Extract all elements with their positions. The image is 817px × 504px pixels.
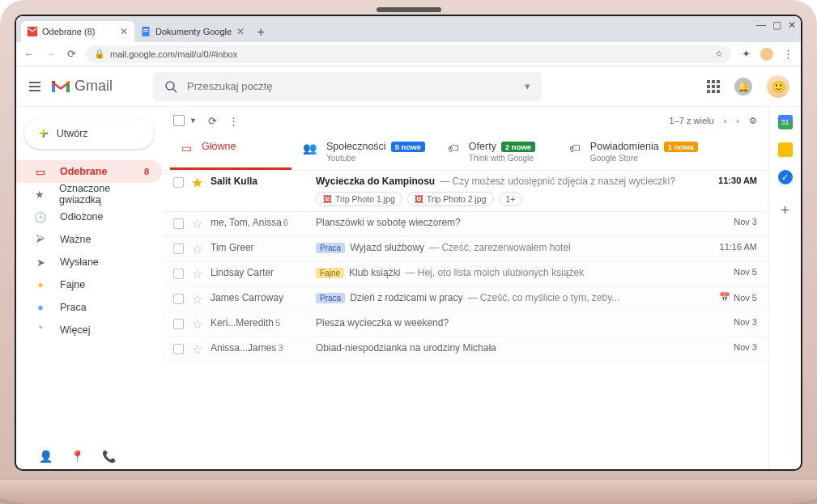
attachment-more-chip[interactable]: 1+: [499, 192, 523, 206]
tasks-addon-icon[interactable]: ✓: [778, 170, 793, 184]
toolbar: ▼ ⟳ ⋮ 1–7 z wielu ‹ › ⚙: [162, 107, 768, 134]
star-icon[interactable]: ☆: [192, 292, 202, 307]
email-checkbox[interactable]: [173, 177, 184, 188]
extensions-icon[interactable]: ✦: [739, 48, 752, 60]
star-icon[interactable]: ☆: [192, 267, 202, 282]
sidebar-footer: 👤 📍 📞: [16, 443, 162, 469]
search-box[interactable]: ▾: [153, 72, 542, 101]
email-row[interactable]: ☆ me, Tom, Anissa6 Planszówki w sobotę w…: [162, 212, 768, 237]
forward-icon[interactable]: →: [44, 48, 57, 60]
reload-icon[interactable]: ⟳: [65, 48, 78, 60]
email-sender: James Carroway: [211, 292, 308, 303]
next-page-icon[interactable]: ›: [736, 116, 739, 125]
category-tab-powiadomienia[interactable]: 🏷 Powiadomienia 1 nowa Google Store: [558, 134, 709, 170]
select-menu-caret-icon[interactable]: ▼: [189, 116, 197, 125]
screen: — ▢ ✕ Odebrane (8) ✕ Dokumenty Google ✕ …: [16, 16, 801, 469]
calendar-event-icon: 📅: [719, 292, 730, 303]
address-bar[interactable]: 🔒 mail.google.com/mail/u/0/#inbox ☆: [86, 45, 731, 63]
star-icon[interactable]: ☆: [192, 342, 202, 357]
more-icon: ˅: [34, 324, 47, 337]
new-tab-button[interactable]: +: [251, 23, 270, 42]
sidebar-item-więcej[interactable]: ˅ Więcej: [16, 319, 162, 341]
email-checkbox[interactable]: [173, 244, 184, 254]
inbox-icon: ▭: [34, 166, 47, 178]
google-apps-icon[interactable]: [707, 80, 720, 93]
compose-button[interactable]: + Utwórz: [24, 118, 154, 149]
contacts-icon[interactable]: 👤: [39, 450, 53, 463]
email-row[interactable]: ☆ Keri...Meredith5 Piesza wycieczka w we…: [162, 312, 768, 337]
sidebar-item-label: Odłożone: [60, 211, 104, 222]
sidebar-item-praca[interactable]: ● Praca: [16, 296, 162, 319]
window-controls: — ▢ ✕: [756, 19, 796, 31]
keep-addon-icon[interactable]: [778, 142, 793, 157]
sidebar-item-odebrane[interactable]: ▭ Odebrane 8: [16, 160, 162, 183]
email-row[interactable]: ★ Salit Kulla Wycieczka do Kampinosu — C…: [162, 171, 768, 212]
phone-icon[interactable]: 📞: [102, 450, 116, 463]
chrome-menu-icon[interactable]: ⋮: [781, 48, 794, 60]
category-tab-społeczności[interactable]: 👥 Społeczności 5 nowe Youtube: [291, 134, 436, 170]
minimize-icon[interactable]: —: [756, 19, 766, 31]
main-menu-icon[interactable]: [28, 79, 42, 94]
browser-tab-gmail[interactable]: Odebrane (8) ✕: [21, 21, 134, 42]
category-tab-główne[interactable]: ▭ Główne: [170, 134, 291, 170]
profile-chip-icon[interactable]: [760, 48, 773, 61]
notifications-icon[interactable]: 🔔: [734, 78, 752, 95]
get-addons-icon[interactable]: +: [781, 202, 789, 219]
browser-tab-docs[interactable]: Dokumenty Google ✕: [134, 21, 251, 42]
spaces-icon[interactable]: 📍: [70, 450, 84, 463]
email-checkbox[interactable]: [173, 269, 184, 279]
close-icon[interactable]: ✕: [788, 19, 796, 31]
select-all-checkbox[interactable]: [173, 115, 185, 126]
maximize-icon[interactable]: ▢: [772, 19, 781, 31]
svg-rect-3: [143, 31, 148, 32]
account-avatar[interactable]: 🙂: [767, 75, 789, 98]
star-icon[interactable]: ★: [192, 176, 202, 190]
bookmark-icon[interactable]: ☆: [715, 49, 723, 59]
refresh-icon[interactable]: ⟳: [208, 115, 217, 127]
email-row[interactable]: ☆ Anissa...James3 Obiad-niespodzianka na…: [162, 337, 768, 362]
star-icon[interactable]: ☆: [192, 217, 202, 231]
prev-page-icon[interactable]: ‹: [724, 116, 727, 125]
calendar-addon-icon[interactable]: 31: [778, 115, 793, 129]
sidebar-item-count: 8: [144, 167, 149, 176]
sidebar-item-label: Praca: [60, 302, 87, 313]
email-sender: Tim Greer: [211, 242, 308, 253]
attachment-chip[interactable]: 🖼Trip Photo 2.jpg: [407, 192, 494, 206]
settings-gear-icon[interactable]: ⚙: [749, 116, 757, 126]
browser-tab-title: Dokumenty Google: [155, 27, 232, 36]
sidebar-item-odłożone[interactable]: 🕒 Odłożone: [16, 205, 162, 228]
email-checkbox[interactable]: [173, 294, 184, 304]
email-row[interactable]: ☆ Tim Greer PracaWyjazd służbowy — Cześć…: [162, 237, 768, 262]
laptop-frame: — ▢ ✕ Odebrane (8) ✕ Dokumenty Google ✕ …: [0, 0, 817, 504]
category-tab-oferty[interactable]: 🏷 Oferty 2 nowe Think with Google: [436, 134, 558, 170]
search-options-icon[interactable]: ▾: [525, 80, 530, 92]
email-subject: Wycieczka do Kampinosu: [316, 176, 435, 187]
email-sender: me, Tom, Anissa6: [211, 217, 308, 228]
tab-close-icon[interactable]: ✕: [236, 26, 245, 37]
star-icon[interactable]: ☆: [192, 317, 202, 332]
gmail-logo[interactable]: Gmail: [50, 78, 113, 95]
email-list: ★ Salit Kulla Wycieczka do Kampinosu — C…: [162, 171, 768, 469]
tab-close-icon[interactable]: ✕: [120, 26, 128, 37]
star-icon[interactable]: ☆: [192, 242, 202, 256]
email-row[interactable]: ☆ James Carroway PracaDzień z rodzicami …: [162, 287, 768, 312]
attachment-chip[interactable]: 🖼Trip Photo 1.jpg: [316, 192, 402, 206]
search-input[interactable]: [187, 80, 515, 92]
email-checkbox[interactable]: [173, 218, 184, 229]
browser-tab-title: Odebrane (8): [42, 27, 95, 36]
sidebar-item-oznaczone-gwiazdką[interactable]: ★ Oznaczone gwiazdką: [16, 183, 162, 205]
sidebar-item-ważne[interactable]: ⮚ Ważne: [16, 228, 162, 251]
sidebar-item-wysłane[interactable]: ➤ Wysłane: [16, 251, 162, 273]
email-date: Nov 3: [734, 317, 757, 327]
email-row[interactable]: ☆ Lindsay Carter FajneKlub książki — Hej…: [162, 262, 768, 287]
back-icon[interactable]: ←: [23, 48, 36, 60]
email-checkbox[interactable]: [173, 344, 184, 354]
image-icon: 🖼: [323, 194, 332, 204]
more-actions-icon[interactable]: ⋮: [228, 115, 239, 127]
docs-favicon-icon: [141, 27, 151, 36]
star-icon: ★: [34, 188, 46, 201]
tag-icon: 🏷: [569, 142, 581, 155]
email-checkbox[interactable]: [173, 319, 184, 329]
sidebar-item-fajne[interactable]: ● Fajne: [16, 273, 162, 296]
category-tab-title: Główne: [202, 141, 236, 152]
